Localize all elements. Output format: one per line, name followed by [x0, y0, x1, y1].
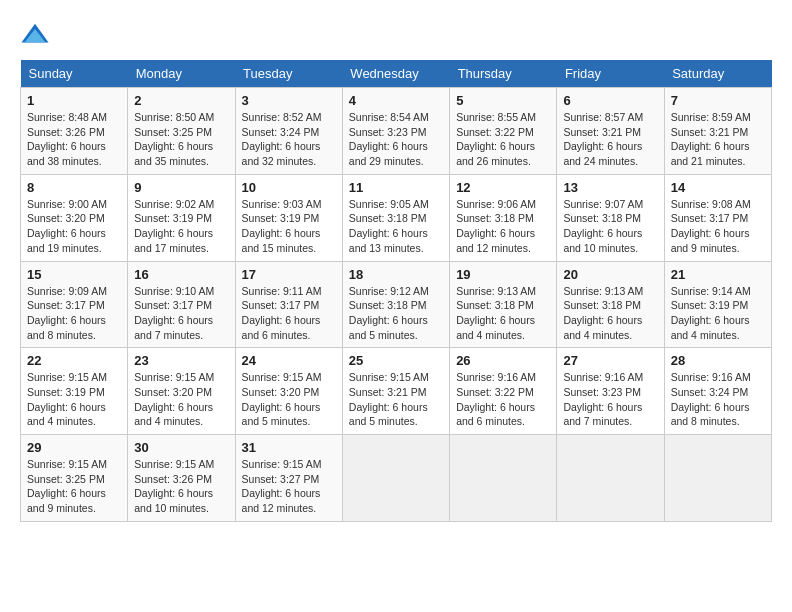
day-number: 11 [349, 180, 443, 195]
day-number: 29 [27, 440, 121, 455]
calendar-cell: 19Sunrise: 9:13 AM Sunset: 3:18 PM Dayli… [450, 261, 557, 348]
day-header-tuesday: Tuesday [235, 60, 342, 88]
calendar-cell: 18Sunrise: 9:12 AM Sunset: 3:18 PM Dayli… [342, 261, 449, 348]
calendar-cell: 22Sunrise: 9:15 AM Sunset: 3:19 PM Dayli… [21, 348, 128, 435]
day-number: 17 [242, 267, 336, 282]
day-info: Sunrise: 9:16 AM Sunset: 3:22 PM Dayligh… [456, 370, 550, 429]
logo-icon [20, 20, 50, 50]
calendar-cell: 29Sunrise: 9:15 AM Sunset: 3:25 PM Dayli… [21, 435, 128, 522]
day-number: 23 [134, 353, 228, 368]
day-header-friday: Friday [557, 60, 664, 88]
day-number: 31 [242, 440, 336, 455]
day-info: Sunrise: 9:13 AM Sunset: 3:18 PM Dayligh… [563, 284, 657, 343]
day-number: 25 [349, 353, 443, 368]
calendar-table: SundayMondayTuesdayWednesdayThursdayFrid… [20, 60, 772, 522]
day-number: 30 [134, 440, 228, 455]
day-info: Sunrise: 9:16 AM Sunset: 3:24 PM Dayligh… [671, 370, 765, 429]
day-number: 9 [134, 180, 228, 195]
calendar-week-row: 22Sunrise: 9:15 AM Sunset: 3:19 PM Dayli… [21, 348, 772, 435]
day-number: 20 [563, 267, 657, 282]
day-number: 10 [242, 180, 336, 195]
page-header [20, 20, 772, 50]
calendar-cell: 15Sunrise: 9:09 AM Sunset: 3:17 PM Dayli… [21, 261, 128, 348]
calendar-cell: 7Sunrise: 8:59 AM Sunset: 3:21 PM Daylig… [664, 88, 771, 175]
day-number: 14 [671, 180, 765, 195]
calendar-cell: 23Sunrise: 9:15 AM Sunset: 3:20 PM Dayli… [128, 348, 235, 435]
calendar-cell: 21Sunrise: 9:14 AM Sunset: 3:19 PM Dayli… [664, 261, 771, 348]
day-info: Sunrise: 9:10 AM Sunset: 3:17 PM Dayligh… [134, 284, 228, 343]
day-info: Sunrise: 9:03 AM Sunset: 3:19 PM Dayligh… [242, 197, 336, 256]
day-number: 18 [349, 267, 443, 282]
calendar-cell: 6Sunrise: 8:57 AM Sunset: 3:21 PM Daylig… [557, 88, 664, 175]
calendar-cell: 3Sunrise: 8:52 AM Sunset: 3:24 PM Daylig… [235, 88, 342, 175]
day-number: 3 [242, 93, 336, 108]
logo [20, 20, 54, 50]
day-info: Sunrise: 8:57 AM Sunset: 3:21 PM Dayligh… [563, 110, 657, 169]
calendar-cell: 24Sunrise: 9:15 AM Sunset: 3:20 PM Dayli… [235, 348, 342, 435]
calendar-cell [450, 435, 557, 522]
day-number: 22 [27, 353, 121, 368]
day-info: Sunrise: 9:11 AM Sunset: 3:17 PM Dayligh… [242, 284, 336, 343]
calendar-cell: 30Sunrise: 9:15 AM Sunset: 3:26 PM Dayli… [128, 435, 235, 522]
day-number: 16 [134, 267, 228, 282]
day-info: Sunrise: 9:15 AM Sunset: 3:21 PM Dayligh… [349, 370, 443, 429]
calendar-cell [342, 435, 449, 522]
day-info: Sunrise: 8:48 AM Sunset: 3:26 PM Dayligh… [27, 110, 121, 169]
day-info: Sunrise: 9:15 AM Sunset: 3:20 PM Dayligh… [134, 370, 228, 429]
day-number: 19 [456, 267, 550, 282]
calendar-cell [557, 435, 664, 522]
day-info: Sunrise: 9:00 AM Sunset: 3:20 PM Dayligh… [27, 197, 121, 256]
calendar-cell: 12Sunrise: 9:06 AM Sunset: 3:18 PM Dayli… [450, 174, 557, 261]
calendar-cell: 25Sunrise: 9:15 AM Sunset: 3:21 PM Dayli… [342, 348, 449, 435]
calendar-cell: 11Sunrise: 9:05 AM Sunset: 3:18 PM Dayli… [342, 174, 449, 261]
day-number: 6 [563, 93, 657, 108]
day-number: 27 [563, 353, 657, 368]
day-header-saturday: Saturday [664, 60, 771, 88]
calendar-header-row: SundayMondayTuesdayWednesdayThursdayFrid… [21, 60, 772, 88]
day-info: Sunrise: 8:52 AM Sunset: 3:24 PM Dayligh… [242, 110, 336, 169]
calendar-cell: 9Sunrise: 9:02 AM Sunset: 3:19 PM Daylig… [128, 174, 235, 261]
calendar-cell: 14Sunrise: 9:08 AM Sunset: 3:17 PM Dayli… [664, 174, 771, 261]
calendar-week-row: 29Sunrise: 9:15 AM Sunset: 3:25 PM Dayli… [21, 435, 772, 522]
day-info: Sunrise: 8:55 AM Sunset: 3:22 PM Dayligh… [456, 110, 550, 169]
day-info: Sunrise: 9:15 AM Sunset: 3:27 PM Dayligh… [242, 457, 336, 516]
day-info: Sunrise: 9:09 AM Sunset: 3:17 PM Dayligh… [27, 284, 121, 343]
calendar-cell: 1Sunrise: 8:48 AM Sunset: 3:26 PM Daylig… [21, 88, 128, 175]
calendar-cell: 2Sunrise: 8:50 AM Sunset: 3:25 PM Daylig… [128, 88, 235, 175]
day-info: Sunrise: 9:05 AM Sunset: 3:18 PM Dayligh… [349, 197, 443, 256]
calendar-cell: 5Sunrise: 8:55 AM Sunset: 3:22 PM Daylig… [450, 88, 557, 175]
calendar-cell: 20Sunrise: 9:13 AM Sunset: 3:18 PM Dayli… [557, 261, 664, 348]
day-number: 28 [671, 353, 765, 368]
day-info: Sunrise: 9:07 AM Sunset: 3:18 PM Dayligh… [563, 197, 657, 256]
day-info: Sunrise: 9:15 AM Sunset: 3:20 PM Dayligh… [242, 370, 336, 429]
day-number: 5 [456, 93, 550, 108]
day-info: Sunrise: 9:16 AM Sunset: 3:23 PM Dayligh… [563, 370, 657, 429]
day-number: 1 [27, 93, 121, 108]
calendar-week-row: 15Sunrise: 9:09 AM Sunset: 3:17 PM Dayli… [21, 261, 772, 348]
calendar-cell: 17Sunrise: 9:11 AM Sunset: 3:17 PM Dayli… [235, 261, 342, 348]
day-info: Sunrise: 9:15 AM Sunset: 3:19 PM Dayligh… [27, 370, 121, 429]
day-number: 12 [456, 180, 550, 195]
day-info: Sunrise: 9:08 AM Sunset: 3:17 PM Dayligh… [671, 197, 765, 256]
calendar-cell: 16Sunrise: 9:10 AM Sunset: 3:17 PM Dayli… [128, 261, 235, 348]
day-info: Sunrise: 9:15 AM Sunset: 3:26 PM Dayligh… [134, 457, 228, 516]
calendar-cell: 13Sunrise: 9:07 AM Sunset: 3:18 PM Dayli… [557, 174, 664, 261]
calendar-cell: 4Sunrise: 8:54 AM Sunset: 3:23 PM Daylig… [342, 88, 449, 175]
calendar-cell [664, 435, 771, 522]
day-number: 7 [671, 93, 765, 108]
day-number: 13 [563, 180, 657, 195]
day-number: 15 [27, 267, 121, 282]
calendar-cell: 8Sunrise: 9:00 AM Sunset: 3:20 PM Daylig… [21, 174, 128, 261]
day-number: 24 [242, 353, 336, 368]
day-header-monday: Monday [128, 60, 235, 88]
calendar-cell: 28Sunrise: 9:16 AM Sunset: 3:24 PM Dayli… [664, 348, 771, 435]
day-info: Sunrise: 9:15 AM Sunset: 3:25 PM Dayligh… [27, 457, 121, 516]
day-info: Sunrise: 9:12 AM Sunset: 3:18 PM Dayligh… [349, 284, 443, 343]
calendar-week-row: 8Sunrise: 9:00 AM Sunset: 3:20 PM Daylig… [21, 174, 772, 261]
day-info: Sunrise: 8:59 AM Sunset: 3:21 PM Dayligh… [671, 110, 765, 169]
day-info: Sunrise: 8:50 AM Sunset: 3:25 PM Dayligh… [134, 110, 228, 169]
day-number: 8 [27, 180, 121, 195]
day-info: Sunrise: 9:06 AM Sunset: 3:18 PM Dayligh… [456, 197, 550, 256]
calendar-cell: 26Sunrise: 9:16 AM Sunset: 3:22 PM Dayli… [450, 348, 557, 435]
day-info: Sunrise: 9:13 AM Sunset: 3:18 PM Dayligh… [456, 284, 550, 343]
